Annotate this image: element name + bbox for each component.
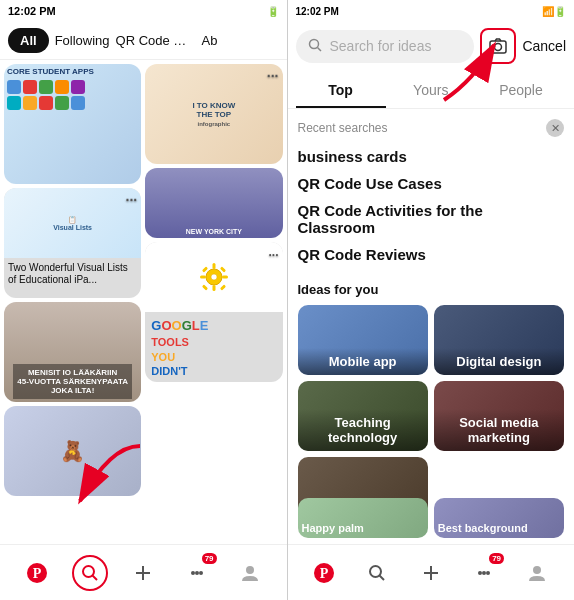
status-bar-right: 12:02 PM 📶🔋 (288, 0, 575, 22)
svg-point-27 (370, 566, 381, 577)
search-placeholder: Search for ideas (330, 38, 432, 54)
recent-label: Recent searches ✕ (298, 119, 565, 137)
search-bar-row: Search for ideas Cancel (288, 22, 575, 70)
recent-item-1[interactable]: business cards (298, 143, 565, 170)
search-nav-icon[interactable] (72, 555, 108, 591)
svg-point-17 (195, 571, 199, 575)
svg-text:P: P (320, 566, 329, 581)
pin-card-nyc[interactable]: NEW YORK CITY (145, 168, 282, 238)
profile-nav-icon[interactable] (232, 555, 268, 591)
clear-recent-button[interactable]: ✕ (546, 119, 564, 137)
pin-label-lists: Two Wonderful Visual Lists of Educationa… (4, 258, 141, 288)
svg-point-1 (211, 274, 217, 280)
pin-more-lists[interactable]: ··· (126, 192, 138, 208)
pinterest-icon-right[interactable]: P (306, 555, 342, 591)
svg-point-16 (191, 571, 195, 575)
partial-label-2: Best background (438, 522, 528, 534)
add-nav-icon[interactable] (125, 555, 161, 591)
tab-ab[interactable]: Ab (202, 33, 218, 48)
cancel-button[interactable]: Cancel (522, 38, 566, 54)
svg-rect-3 (212, 285, 215, 291)
nav-tabs: All Following QR Code Use Cas... Ab (0, 22, 287, 60)
svg-rect-6 (202, 266, 208, 272)
idea-card-mobile[interactable]: Mobile app (298, 305, 428, 375)
search-icon (308, 38, 322, 55)
svg-point-12 (83, 566, 94, 577)
svg-point-33 (486, 571, 490, 575)
svg-rect-4 (200, 276, 206, 279)
svg-line-28 (380, 575, 385, 580)
add-nav-icon-right[interactable] (413, 555, 449, 591)
svg-text:P: P (32, 566, 41, 581)
time-left: 12:02 PM (8, 5, 56, 17)
pin-card-google[interactable]: GOOGLE TOOLS YOU DIDN'T KNEW 4 Google To… (145, 242, 282, 382)
recent-searches: Recent searches ✕ business cards QR Code… (288, 109, 575, 274)
recent-item-3[interactable]: QR Code Activities for the Classroom (298, 197, 565, 241)
recent-item-4[interactable]: QR Code Reviews (298, 241, 565, 268)
idea-label-digital: Digital design (434, 348, 564, 375)
pin-card-lists[interactable]: 📋Visual Lists Two Wonderful Visual Lists… (4, 188, 141, 298)
messages-badge-right: 79 (489, 553, 504, 564)
partial-card-happy[interactable]: Happy palm (298, 498, 428, 538)
tab-all[interactable]: All (8, 28, 49, 53)
svg-point-24 (495, 44, 502, 51)
search-nav-icon-right[interactable] (359, 555, 395, 591)
pins-col-2: I TO KNOWTHE TOP infographic Infographic… (145, 64, 282, 516)
svg-rect-5 (222, 276, 228, 279)
messages-nav-icon[interactable]: 79 (179, 555, 215, 591)
pin-more-google[interactable]: ··· (268, 248, 278, 358)
ideas-label: Ideas for you (298, 282, 565, 297)
svg-rect-8 (202, 284, 208, 290)
idea-label-mobile: Mobile app (298, 348, 428, 375)
pins-grid: CORE STUDENT APPS (0, 60, 287, 520)
tab-yours[interactable]: Yours (386, 74, 476, 108)
svg-point-34 (533, 566, 541, 574)
tab-top[interactable]: Top (296, 74, 386, 108)
signal-icons-right: 📶🔋 (542, 6, 566, 17)
svg-line-13 (92, 575, 97, 580)
search-tabs: Top Yours People (288, 70, 575, 109)
bottom-nav-right: P 79 (288, 544, 575, 600)
tab-people[interactable]: People (476, 74, 566, 108)
pin-card-toy[interactable]: 🧸 (4, 406, 141, 496)
idea-card-digital[interactable]: Digital design (434, 305, 564, 375)
messages-nav-icon-right[interactable]: 79 (466, 555, 502, 591)
pin-more-infographic[interactable]: ··· (267, 68, 279, 84)
idea-label-social: Social media marketing (434, 409, 564, 451)
time-right: 12:02 PM (296, 6, 339, 17)
svg-point-21 (309, 39, 318, 48)
bottom-nav-left: P 79 (0, 544, 287, 600)
partial-cards: Happy palm Best background (288, 492, 575, 544)
signal-icons-left: 🔋 (267, 6, 279, 17)
svg-rect-9 (220, 284, 226, 290)
camera-button[interactable] (480, 28, 516, 64)
pinterest-icon[interactable]: P (19, 555, 55, 591)
profile-nav-icon-right[interactable] (519, 555, 555, 591)
partial-label-1: Happy palm (302, 522, 364, 534)
pin-card-apps[interactable]: CORE STUDENT APPS (4, 64, 141, 184)
svg-line-22 (317, 47, 321, 51)
pin-card-person[interactable]: MENISIT IO LÄÄKÄRIIN45-VUOTTA SÄRKENYPAA… (4, 302, 141, 402)
recent-item-2[interactable]: QR Code Use Cases (298, 170, 565, 197)
tab-qr[interactable]: QR Code Use Cas... (116, 33, 196, 48)
svg-point-31 (478, 571, 482, 575)
pin-card-infographic[interactable]: I TO KNOWTHE TOP infographic Infographic… (145, 64, 282, 164)
status-bar-left: 12:02 PM 🔋 (0, 0, 287, 22)
svg-point-19 (246, 566, 254, 574)
svg-rect-7 (220, 266, 226, 272)
idea-label-teaching: Teaching technology (298, 409, 428, 451)
search-box[interactable]: Search for ideas (296, 30, 475, 63)
tab-following[interactable]: Following (55, 33, 110, 48)
svg-point-18 (199, 571, 203, 575)
pins-col-1: CORE STUDENT APPS (4, 64, 141, 516)
idea-card-teaching[interactable]: Teaching technology (298, 381, 428, 451)
svg-rect-2 (212, 263, 215, 269)
idea-card-social[interactable]: Social media marketing (434, 381, 564, 451)
svg-point-32 (482, 571, 486, 575)
partial-card-best[interactable]: Best background (434, 498, 564, 538)
messages-badge: 79 (202, 553, 217, 564)
